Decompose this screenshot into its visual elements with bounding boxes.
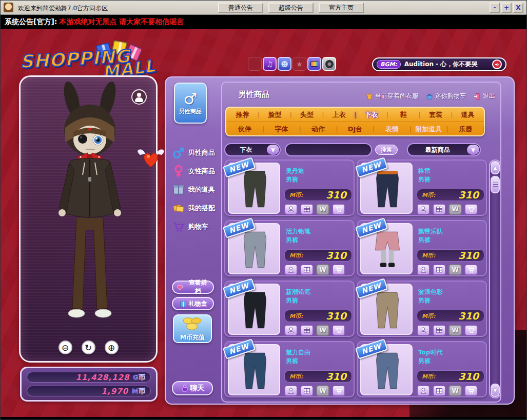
add-to-cart-button[interactable] <box>332 385 345 396</box>
tab-tabs_row1-1[interactable]: 脸型 <box>259 108 291 122</box>
try-on-button[interactable] <box>284 204 298 215</box>
gift-button[interactable] <box>300 325 314 336</box>
current-outfit-link[interactable]: 当前穿着的衣服 <box>365 92 418 101</box>
product-image[interactable]: NEW <box>360 284 413 335</box>
product-image[interactable]: NEW <box>228 223 280 274</box>
gold-balance-row: 11,428,128 G币 <box>27 372 151 383</box>
add-to-cart-button[interactable] <box>464 204 478 215</box>
gramophone-icon[interactable]: ♫ <box>263 57 277 71</box>
bgm-track-title: Audition - 心，你不要哭 <box>404 60 489 69</box>
add-to-cart-button[interactable] <box>332 264 345 275</box>
sidebar-item-cart[interactable]: 购物车 <box>172 220 221 233</box>
tab-tabs_row2-4[interactable]: 表情 <box>374 122 411 135</box>
tab-tabs_row2-1[interactable]: 字体 <box>263 122 300 135</box>
chat-button[interactable]: 聊天 <box>172 381 213 395</box>
gift-button[interactable] <box>433 385 446 396</box>
gift-button[interactable] <box>433 204 446 215</box>
scrollbar[interactable]: ▲ ▼ <box>489 159 501 398</box>
tab-tabs_row1-3[interactable]: 上衣 <box>323 108 355 122</box>
tab-tabs_row2-2[interactable]: 动作 <box>300 122 337 135</box>
speaker-icon[interactable] <box>492 59 502 69</box>
scrollbar-thumb[interactable] <box>491 176 500 193</box>
sidebar-item-items[interactable]: 我的道具 <box>172 183 221 196</box>
add-to-cart-button[interactable] <box>464 264 478 275</box>
try-on-button[interactable] <box>417 204 430 215</box>
zoom-in-button[interactable]: ⊕ <box>105 341 119 354</box>
product-name: 奥丹迪 <box>286 167 304 175</box>
search-input[interactable] <box>285 143 372 156</box>
basket-icon <box>425 92 434 101</box>
product-actions: W <box>417 264 478 275</box>
official-homepage-button[interactable]: 官方主页 <box>319 3 364 13</box>
maximize-button[interactable]: + <box>501 3 512 13</box>
tab-tabs_row1-6[interactable]: 套装 <box>420 108 452 122</box>
chevron-down-icon[interactable]: ▼ <box>467 145 479 155</box>
category-dropdown[interactable]: 下衣 ▼ <box>224 143 281 156</box>
sort-dropdown[interactable]: 最新商品 ▼ <box>407 143 481 156</box>
bag-icon[interactable] <box>248 57 262 71</box>
try-on-button[interactable] <box>417 264 430 275</box>
super-announcement-button[interactable]: 超级公告 <box>268 3 314 13</box>
try-on-button[interactable] <box>284 385 298 396</box>
try-on-button[interactable] <box>417 385 430 396</box>
sidebar-item-male[interactable]: 男性商品 <box>172 146 221 159</box>
product-image[interactable]: NEW <box>360 163 413 214</box>
gift-button[interactable] <box>433 325 446 336</box>
minimize-button[interactable]: - <box>490 3 500 13</box>
product-actions: W <box>284 385 345 396</box>
zoom-out-button[interactable]: ⊖ <box>58 341 72 354</box>
system-announcement-bar: 系统公告[官方]: 本游戏绝对无黑点 请大家不要相信谣言 <box>1 15 527 29</box>
product-card: NEW 飘带乐队 男裤 M币: 310 W <box>357 220 487 276</box>
price-value: 310 <box>326 310 346 322</box>
tab-tabs_row1-7[interactable]: 道具 <box>452 108 484 122</box>
gift-button[interactable] <box>300 204 314 215</box>
scroll-up-button[interactable]: ▲ <box>491 161 500 174</box>
add-to-cart-button[interactable] <box>464 385 478 396</box>
category-dropdown-value: 下衣 <box>225 146 267 154</box>
add-to-cart-button[interactable] <box>332 325 345 336</box>
tab-tabs_row1-4[interactable]: 下衣 <box>355 108 387 122</box>
add-to-cart-button[interactable] <box>332 204 345 215</box>
male-category-button[interactable]: ♂ 男性商品 <box>174 83 207 124</box>
product-type: 男裤 <box>286 236 298 245</box>
gift-button[interactable] <box>433 264 446 275</box>
tab-tabs_row1-5[interactable]: 鞋 <box>387 108 420 122</box>
vinyl-icon[interactable] <box>322 57 336 71</box>
tab-tabs_row2-6[interactable]: 乐器 <box>447 122 484 135</box>
sidebar-item-female[interactable]: 女性商品 <box>172 165 221 178</box>
rotate-button[interactable]: ↻ <box>82 341 95 354</box>
avatar-button[interactable] <box>131 89 147 105</box>
chevron-down-icon[interactable]: ▼ <box>267 145 279 155</box>
close-button[interactable]: X <box>513 3 523 13</box>
product-image[interactable]: NEW <box>360 344 413 395</box>
search-button[interactable]: 搜索 <box>375 145 398 155</box>
gift-button[interactable] <box>300 264 314 275</box>
sidebar-item-outfit[interactable]: 我的搭配 <box>172 202 221 215</box>
mcoin-recharge-button[interactable]: M币充值 <box>173 314 212 343</box>
buddy-icon[interactable]: ☻ <box>278 57 291 71</box>
add-to-cart-button[interactable] <box>464 325 478 336</box>
view-partner-button[interactable]: 查看搭档 <box>172 281 214 294</box>
tab-tabs_row2-5[interactable]: 附加道具 <box>411 122 447 135</box>
tab-tabs_row1-2[interactable]: 头型 <box>291 108 323 122</box>
star-icon[interactable]: ★ <box>292 57 306 71</box>
try-on-button[interactable] <box>417 325 430 336</box>
gift-box-button[interactable]: 礼物盒 <box>172 297 214 310</box>
tab-tabs_row2-3[interactable]: DJ台 <box>337 122 374 135</box>
product-image[interactable]: NEW <box>228 163 280 214</box>
product-image[interactable]: NEW <box>228 344 280 395</box>
tv-icon[interactable] <box>307 57 321 71</box>
tab-tabs_row2-0[interactable]: 伙伴 <box>226 122 263 135</box>
product-type: 男裤 <box>286 296 298 305</box>
tab-tabs_row1-0[interactable]: 推荐 <box>226 108 259 122</box>
product-image[interactable]: NEW <box>228 284 280 335</box>
mini-cart-link[interactable]: 迷你购物车 <box>425 92 466 101</box>
try-on-button[interactable] <box>284 264 298 275</box>
product-image[interactable]: NEW <box>360 223 413 274</box>
normal-announcement-button[interactable]: 普通公告 <box>218 3 263 13</box>
exit-link[interactable]: 退出 <box>473 92 495 101</box>
try-on-button[interactable] <box>284 325 298 336</box>
gift-button[interactable] <box>300 385 314 396</box>
scroll-down-button[interactable]: ▼ <box>491 384 500 397</box>
mcoin-unit-label: M币 <box>132 387 145 396</box>
